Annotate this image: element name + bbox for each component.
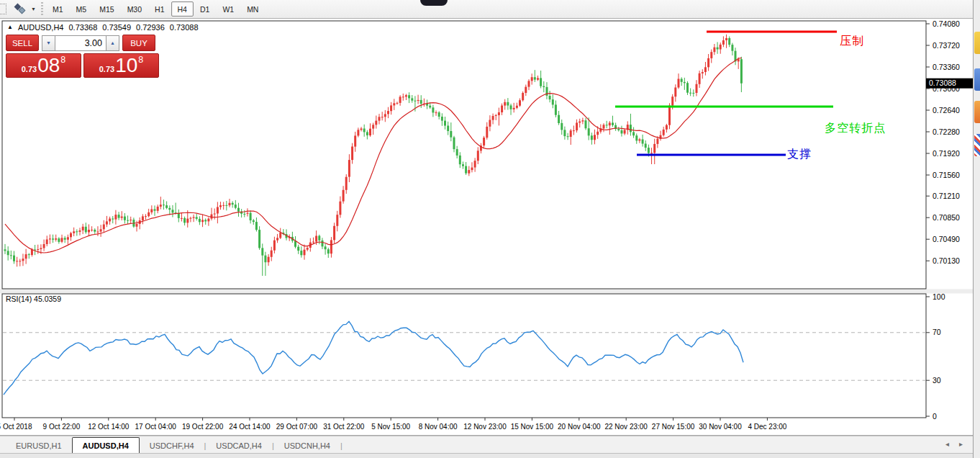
- diamond-icon: [19, 7, 26, 14]
- time-axis[interactable]: 5 Oct 20189 Oct 22:0012 Oct 14:0017 Oct …: [0, 418, 787, 431]
- buy-price-box[interactable]: 0.73 10 8: [83, 53, 159, 78]
- timeframe-button-H1[interactable]: H1: [148, 1, 171, 17]
- current-price-text: 0.73088: [929, 78, 956, 87]
- svg-text:29 Oct 07:00: 29 Oct 07:00: [276, 423, 318, 431]
- toolbar-grip[interactable]: [41, 2, 43, 17]
- quote-high: 0.73549: [102, 23, 131, 32]
- svg-text:0.71560: 0.71560: [933, 171, 960, 179]
- svg-text:0.74080: 0.74080: [933, 20, 960, 28]
- svg-text:0.70130: 0.70130: [933, 256, 960, 265]
- sell-price-pipette: 8: [60, 55, 65, 65]
- annotation-label-support[interactable]: 支撑: [787, 147, 812, 162]
- svg-text:19 Oct 22:00: 19 Oct 22:00: [182, 423, 224, 431]
- quote-open: 0.73368: [69, 23, 98, 32]
- svg-text:0.72280: 0.72280: [933, 127, 960, 136]
- svg-text:8 Nov 04:00: 8 Nov 04:00: [419, 423, 458, 431]
- price-axis[interactable]: 0.740800.737200.733600.730000.726400.722…: [926, 20, 960, 265]
- indicator-diamonds-icon[interactable]: [14, 4, 27, 14]
- rsi-axis[interactable]: 10070300: [926, 292, 945, 421]
- svg-text:70: 70: [933, 328, 941, 336]
- svg-text:0.72640: 0.72640: [933, 106, 960, 114]
- svg-text:5 Nov 15:00: 5 Nov 15:00: [371, 423, 410, 431]
- tab-EURUSD-H1[interactable]: EURUSD,H1: [6, 439, 72, 454]
- quote-close: 0.73088: [170, 23, 199, 32]
- timeframe-group: M1M5M15M30H1H4D1W1MN: [46, 1, 265, 17]
- svg-text:0.73720: 0.73720: [933, 41, 960, 50]
- rsi-panel-box: [2, 294, 926, 418]
- amount-decrease-button[interactable]: ▼: [42, 35, 55, 51]
- up-triangle-icon: ▲: [7, 24, 13, 30]
- timeframe-button-H4[interactable]: H4: [171, 1, 194, 17]
- chart-tabs: EURUSD,H1AUDUSD,H4USDCHF,H4|USDCAD,H4|US…: [6, 437, 342, 454]
- sell-button[interactable]: SELL: [6, 35, 39, 51]
- dropdown-caret-icon[interactable]: ▼: [31, 6, 36, 12]
- timeframe-button-M15[interactable]: M15: [93, 1, 120, 17]
- chart-tabs-bar: EURUSD,H1AUDUSD,H4USDCHF,H4|USDCAD,H4|US…: [0, 436, 973, 453]
- desktop-edge-strip: [973, 0, 980, 458]
- svg-text:22 Nov 23:00: 22 Nov 23:00: [604, 423, 648, 431]
- tab-USDCAD-H4[interactable]: USDCAD,H4: [206, 439, 272, 454]
- quote-symbol: AUDUSD,H4: [18, 23, 64, 32]
- svg-text:100: 100: [933, 292, 945, 301]
- panel-splitter[interactable]: [0, 289, 973, 294]
- timeframe-button-M30[interactable]: M30: [121, 1, 148, 17]
- one-click-trading-widget: SELL ▼ ▲ BUY 0.73 08 8 0.73 10 8: [6, 35, 161, 78]
- striped-app-icon[interactable]: [974, 134, 980, 156]
- chart-canvas[interactable]: 0.740800.737200.733600.730000.726400.722…: [0, 20, 973, 436]
- rsi-indicator-label: RSI(14) 45.0359: [6, 295, 61, 303]
- svg-text:12 Oct 14:00: 12 Oct 14:00: [88, 423, 130, 431]
- svg-text:0.71210: 0.71210: [933, 192, 960, 200]
- quote-low: 0.72936: [136, 23, 165, 32]
- svg-text:0: 0: [933, 412, 937, 421]
- timeframe-button-D1[interactable]: D1: [194, 1, 216, 17]
- yellow-app-icon[interactable]: [974, 32, 980, 54]
- buy-price-prefix: 0.73: [99, 65, 114, 73]
- tab-AUDUSD-H4[interactable]: AUDUSD,H4: [72, 437, 140, 454]
- status-bar: [0, 453, 973, 458]
- buy-price-big: 10: [115, 55, 137, 76]
- timeframe-button-W1[interactable]: W1: [216, 1, 240, 17]
- tab-divider: |: [340, 439, 342, 454]
- timeframe-button-MN[interactable]: MN: [240, 1, 265, 17]
- svg-text:0.70490: 0.70490: [933, 235, 960, 243]
- amount-input[interactable]: [55, 35, 106, 51]
- svg-text:30: 30: [933, 376, 941, 385]
- sell-price-box[interactable]: 0.73 08 8: [6, 53, 81, 78]
- blue-app-icon[interactable]: [974, 68, 980, 91]
- amount-increase-button[interactable]: ▲: [106, 35, 119, 51]
- buy-button[interactable]: BUY: [122, 35, 155, 51]
- svg-text:24 Oct 14:00: 24 Oct 14:00: [229, 423, 271, 431]
- annotation-label-pivot[interactable]: 多空转折点: [825, 121, 886, 136]
- crosshair-partial-icon[interactable]: [0, 4, 6, 14]
- svg-text:4 Dec 23:00: 4 Dec 23:00: [748, 423, 786, 431]
- sell-price-prefix: 0.73: [22, 65, 37, 73]
- svg-text:12 Nov 23:00: 12 Nov 23:00: [463, 423, 507, 431]
- svg-text:31 Oct 22:00: 31 Oct 22:00: [323, 423, 365, 431]
- svg-text:0.71920: 0.71920: [933, 149, 960, 158]
- tabs-scroll-right-icon[interactable]: ▸: [959, 440, 963, 449]
- annotation-label-resistance[interactable]: 压制: [840, 34, 864, 49]
- svg-text:27 Nov 15:00: 27 Nov 15:00: [652, 423, 695, 431]
- svg-text:9 Oct 22:00: 9 Oct 22:00: [43, 423, 81, 431]
- svg-text:0.70850: 0.70850: [933, 213, 960, 222]
- svg-text:5 Oct 2018: 5 Oct 2018: [0, 423, 32, 431]
- timeframe-button-M5[interactable]: M5: [70, 1, 94, 17]
- svg-text:0.73360: 0.73360: [933, 63, 960, 71]
- buy-price-pipette: 8: [138, 55, 143, 65]
- orange-app-icon[interactable]: [974, 101, 980, 123]
- svg-text:20 Nov 04:00: 20 Nov 04:00: [558, 423, 601, 431]
- tab-USDCNH-H4[interactable]: USDCNH,H4: [274, 439, 340, 454]
- top-toolbar: ▼ M1M5M15M30H1H4D1W1MN: [0, 0, 980, 19]
- tab-USDCHF-H4[interactable]: USDCHF,H4: [140, 439, 204, 454]
- svg-text:17 Oct 04:00: 17 Oct 04:00: [135, 423, 177, 431]
- quote-line: ▲ AUDUSD,H4 0.73368 0.73549 0.72936 0.73…: [7, 23, 199, 32]
- tabs-scroll-left-icon[interactable]: ◂: [945, 440, 949, 449]
- svg-text:15 Nov 15:00: 15 Nov 15:00: [511, 423, 554, 431]
- svg-text:30 Nov 04:00: 30 Nov 04:00: [699, 423, 742, 431]
- screen-notch: [420, 0, 448, 6]
- timeframe-button-M1[interactable]: M1: [46, 1, 70, 17]
- sell-price-big: 08: [37, 55, 60, 76]
